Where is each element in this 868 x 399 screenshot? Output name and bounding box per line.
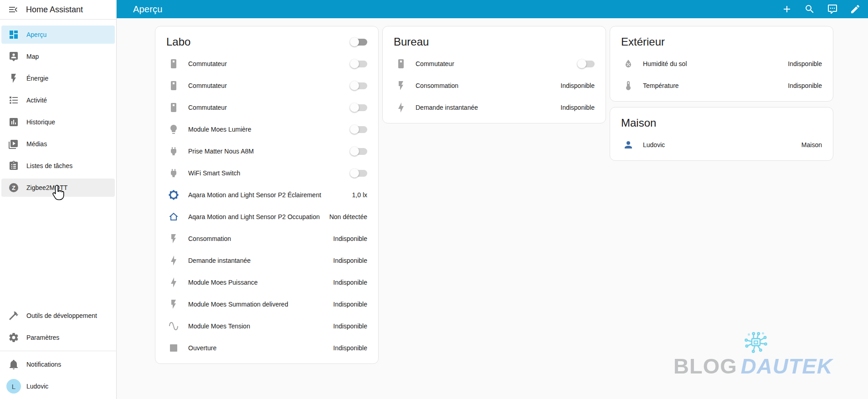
page-title: Aperçu — [133, 4, 163, 15]
entity-row[interactable]: WiFi Smart Switch — [155, 162, 378, 184]
entity-label: Prise Matter Nous A8M — [188, 148, 345, 155]
entity-row[interactable]: Demande instantanée Indisponible — [383, 97, 606, 118]
entity-label: Module Moes Puissance — [188, 279, 328, 286]
entity-state: Indisponible — [788, 82, 822, 89]
sidebar-item-user[interactable]: L Ludovic — [1, 377, 115, 395]
sidebar-item-historique[interactable]: Historique — [1, 113, 115, 131]
sidebar-item-apercu[interactable]: Aperçu — [1, 26, 115, 44]
entity-label: Demande instantanée — [188, 257, 328, 264]
sidebar-item-zigbee2mqtt[interactable]: Zigbee2MQTT — [1, 179, 115, 197]
edit-button[interactable] — [850, 4, 861, 15]
sidebar-item-listes-de-taches[interactable]: Listes de tâches — [1, 157, 115, 175]
lightning-bolt-icon — [168, 277, 179, 288]
flash-icon — [8, 73, 19, 84]
assist-button[interactable] — [827, 4, 838, 15]
card-title: Bureau — [394, 34, 429, 50]
entity-state: 1,0 lx — [352, 191, 367, 199]
entity-toggle[interactable] — [351, 82, 367, 89]
entity-row[interactable]: Consommation Indisponible — [155, 228, 378, 250]
light-switch-icon — [168, 102, 179, 113]
card-header: Bureau — [383, 26, 606, 50]
labo-card-toggle[interactable] — [351, 39, 367, 46]
power-plug-icon — [168, 146, 179, 157]
sidebar-item-map[interactable]: Map — [1, 47, 115, 66]
entity-row[interactable]: Ludovic Maison — [610, 134, 833, 156]
entity-state: Indisponible — [333, 279, 367, 286]
sidebar-divider — [0, 351, 116, 351]
lightbulb-icon — [168, 124, 179, 135]
entity-label: Module Moes Summation delivered — [188, 301, 328, 308]
entity-toggle[interactable] — [351, 61, 367, 67]
sidebar-item-activite[interactable]: Activité — [1, 91, 115, 109]
dashboard-view: Labo Commutateur Commutateur Commutateur — [117, 18, 868, 399]
add-button[interactable] — [781, 4, 792, 15]
entity-toggle[interactable] — [351, 148, 367, 155]
entity-row[interactable]: Humidité du sol Indisponible — [610, 53, 833, 75]
entity-row[interactable]: Demande instantanée Indisponible — [155, 250, 378, 271]
entity-row[interactable]: Commutateur — [155, 97, 378, 118]
entity-row[interactable]: Prise Matter Nous A8M — [155, 140, 378, 162]
flash-icon — [168, 233, 179, 244]
sidebar-item-energie[interactable]: Énergie — [1, 69, 115, 87]
hammer-icon — [8, 310, 19, 321]
bell-icon — [8, 359, 19, 370]
sidebar-item-notifications[interactable]: Notifications — [1, 355, 115, 373]
card-title: Labo — [166, 34, 190, 50]
entity-row[interactable]: Module Moes Tension Indisponible — [155, 315, 378, 337]
sidebar-item-parametres[interactable]: Paramètres — [1, 328, 115, 347]
square-icon — [168, 343, 179, 353]
entity-toggle[interactable] — [578, 61, 595, 67]
entity-toggle[interactable] — [351, 170, 367, 177]
chat-icon — [827, 4, 838, 15]
entity-state: Maison — [801, 141, 822, 148]
entity-state: Indisponible — [333, 235, 367, 242]
entity-state: Indisponible — [788, 60, 822, 67]
search-button[interactable] — [804, 4, 815, 15]
entity-row[interactable]: Commutateur — [383, 53, 606, 75]
entity-row[interactable]: Température Indisponible — [610, 75, 833, 97]
entity-toggle[interactable] — [351, 126, 367, 133]
sidebar-item-outils-developpement[interactable]: Outils de développement — [1, 307, 115, 325]
entity-row[interactable]: Consommation Indisponible — [383, 75, 606, 97]
entity-label: Consommation — [416, 82, 555, 89]
entity-label: Commutateur — [188, 82, 345, 89]
entity-label: Aqara Motion and Light Sensor P2 Occupat… — [188, 213, 324, 220]
top-bar: Aperçu — [117, 0, 868, 18]
light-switch-icon — [168, 58, 179, 69]
entity-row[interactable]: Module Moes Summation delivered Indispon… — [155, 293, 378, 315]
avatar: L — [6, 379, 21, 394]
sidebar: Home Assistant Aperçu Map Énergie Activi… — [0, 0, 117, 399]
entity-row[interactable]: Commutateur — [155, 53, 378, 75]
plus-icon — [781, 4, 792, 15]
entity-label: Ludovic — [643, 141, 796, 148]
light-switch-icon — [395, 58, 406, 69]
entity-rows: Commutateur Commutateur Commutateur Modu… — [155, 53, 378, 359]
sidebar-item-label: Aperçu — [26, 31, 46, 38]
entity-label: Module Moes Lumière — [188, 126, 345, 133]
menu-open-icon[interactable] — [8, 4, 19, 15]
entity-row[interactable]: Aqara Motion and Light Sensor P2 Éclaire… — [155, 184, 378, 206]
entity-row[interactable]: Module Moes Lumière — [155, 118, 378, 140]
sidebar-item-medias[interactable]: Médias — [1, 135, 115, 153]
entity-label: Commutateur — [416, 60, 573, 67]
play-box-multiple-icon — [8, 138, 19, 149]
entity-label: Aqara Motion and Light Sensor P2 Éclaire… — [188, 191, 347, 199]
light-switch-icon — [168, 80, 179, 91]
entity-row[interactable]: Module Moes Puissance Indisponible — [155, 271, 378, 293]
flash-icon — [168, 299, 179, 310]
entity-row[interactable]: Aqara Motion and Light Sensor P2 Occupat… — [155, 206, 378, 228]
entity-state: Indisponible — [333, 301, 367, 308]
home-icon — [168, 211, 179, 222]
entity-row[interactable]: Ouverture Indisponible — [155, 337, 378, 359]
entity-row[interactable]: Commutateur — [155, 75, 378, 97]
sine-wave-icon — [168, 321, 179, 332]
entity-label: Température — [643, 82, 782, 89]
entity-rows: Commutateur Consommation Indisponible De… — [383, 53, 606, 118]
card-bureau: Bureau Commutateur Consommation Indispon… — [382, 26, 606, 123]
entity-toggle[interactable] — [351, 104, 367, 111]
search-icon — [804, 4, 815, 15]
clipboard-list-icon — [8, 160, 19, 171]
card-title: Extérieur — [621, 34, 665, 50]
gear-icon — [8, 332, 19, 343]
sidebar-item-label: Activité — [26, 97, 47, 104]
